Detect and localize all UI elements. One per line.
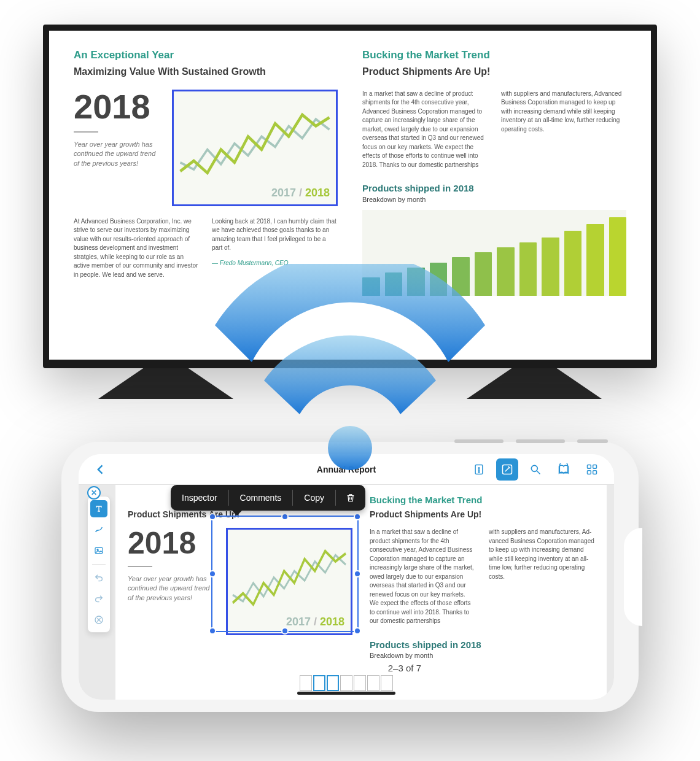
year-block: 2018 Year over year growth has continued… xyxy=(74,90,166,206)
svg-line-7 xyxy=(537,471,540,474)
svg-point-2 xyxy=(478,467,480,468)
bar-chart xyxy=(362,210,626,296)
big-year: 2018 xyxy=(74,90,166,124)
bar xyxy=(586,224,604,296)
left-subheading: Maximizing Value With Sustained Growth xyxy=(74,64,338,79)
line-chart-selection-tv: 2017 / 2018 xyxy=(172,90,338,206)
bar xyxy=(519,242,537,296)
quote-attribution: — Fredo Mustermann, CEO xyxy=(212,259,338,268)
right-heading: Bucking the Market Trend xyxy=(370,493,594,507)
context-menu: Inspector Comments Copy xyxy=(171,485,365,511)
doc-right-page: Bucking the Market Trend Product Shipmen… xyxy=(362,48,626,360)
doc-left-page: An Exceptional Year Maximizing Value Wit… xyxy=(74,48,338,360)
chart-legend: 2017 / 2018 xyxy=(271,185,330,201)
ctx-delete[interactable] xyxy=(336,493,365,503)
left-heading: An Exceptional Year xyxy=(74,48,338,63)
bar xyxy=(497,247,515,296)
bookmarks-button[interactable] xyxy=(553,458,575,481)
bar xyxy=(430,263,448,296)
text-tool[interactable] xyxy=(90,500,107,517)
market-col-1: In a market that saw a decline of produc… xyxy=(362,90,488,170)
year-caption: Year over year growth has continued the … xyxy=(128,574,214,603)
svg-point-4 xyxy=(478,471,480,473)
phone-side-button xyxy=(577,439,608,443)
body-col-2: Looking back at 2018, I can humbly claim… xyxy=(212,217,338,280)
ctx-comments[interactable]: Comments xyxy=(229,493,293,503)
ctx-copy[interactable]: Copy xyxy=(293,493,335,503)
market-col-2: with suppliers and manufacturers, Ad­van… xyxy=(501,90,626,170)
image-tool[interactable] xyxy=(90,542,107,559)
big-year: 2018 xyxy=(128,528,220,558)
body-col-1: At Advanced Business Corporation, Inc. w… xyxy=(74,217,200,280)
bar xyxy=(564,231,582,296)
phone-screen: Annual Report ✕ xyxy=(79,454,614,700)
svg-point-6 xyxy=(531,465,537,471)
bar xyxy=(475,252,492,296)
document-spread-phone[interactable]: Bucking the Market Trend Product Shipmen… xyxy=(115,485,607,700)
svg-rect-9 xyxy=(593,465,597,468)
bar xyxy=(385,272,403,296)
phone-side-button xyxy=(454,439,504,443)
ctx-inspector[interactable]: Inspector xyxy=(171,493,228,503)
app-toolbar: Annual Report xyxy=(79,454,614,485)
redo-button[interactable] xyxy=(90,590,107,608)
document-spread-tv: An Exceptional Year Maximizing Value Wit… xyxy=(49,31,651,360)
annotate-button[interactable] xyxy=(496,458,518,481)
bar xyxy=(452,257,470,296)
draw-tool[interactable] xyxy=(90,521,107,538)
search-button[interactable] xyxy=(524,458,546,481)
bars-title: Products shipped in 2018 xyxy=(362,182,626,195)
close-tools-button[interactable]: ✕ xyxy=(87,486,101,500)
year-caption: Year over year growth has continued the … xyxy=(74,140,160,168)
phone-side-button xyxy=(516,439,565,443)
page-thumbnails[interactable] xyxy=(300,675,393,691)
right-heading: Bucking the Market Trend xyxy=(362,48,626,63)
back-button[interactable] xyxy=(90,458,112,481)
bar xyxy=(542,238,559,296)
divider xyxy=(74,131,98,133)
home-indicator[interactable] xyxy=(297,692,395,695)
phone-notch xyxy=(624,528,642,626)
svg-rect-8 xyxy=(588,465,591,468)
annotation-tool-palette xyxy=(87,496,111,633)
right-subheading: Product Shipments Are Up! xyxy=(370,508,594,520)
svg-rect-10 xyxy=(588,470,591,474)
bars-subtitle: Breakdown by month xyxy=(362,195,626,205)
bar xyxy=(407,268,425,296)
page-indicator: 2–3 of 7 xyxy=(386,661,424,675)
tv-screen: An Exceptional Year Maximizing Value Wit… xyxy=(49,31,651,360)
phone-content-area[interactable]: ✕ Bucking the Market Trend Product Shipm… xyxy=(79,485,614,700)
phone-device: Annual Report ✕ xyxy=(61,442,639,712)
outline-button[interactable] xyxy=(468,458,490,481)
cancel-tool-button[interactable] xyxy=(90,611,107,628)
svg-rect-11 xyxy=(593,470,597,474)
bar xyxy=(362,277,380,296)
undo-button[interactable] xyxy=(90,570,107,587)
thumbnails-button[interactable] xyxy=(581,458,603,481)
right-subheading: Product Shipments Are Up! xyxy=(362,64,626,79)
tv-frame: An Exceptional Year Maximizing Value Wit… xyxy=(43,25,657,368)
selection-rect[interactable] xyxy=(211,516,359,632)
svg-point-3 xyxy=(478,469,480,471)
bar xyxy=(609,217,627,296)
